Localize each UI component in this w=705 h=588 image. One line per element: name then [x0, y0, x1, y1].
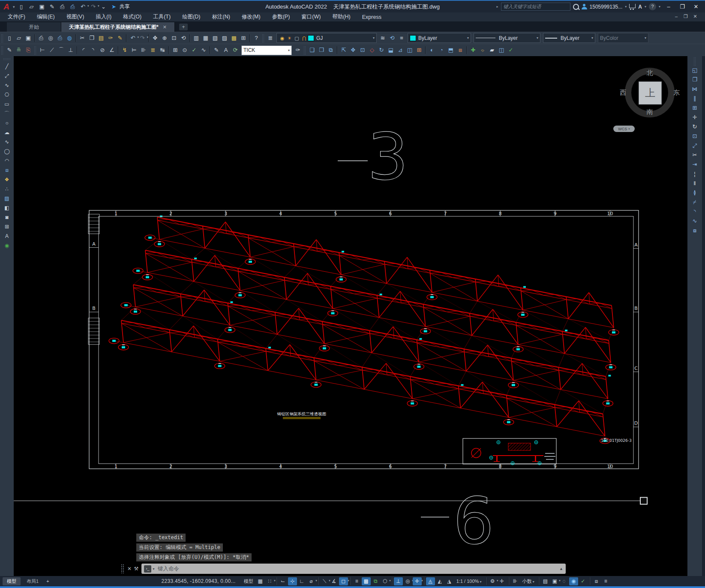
menu-format[interactable]: 格式(O) [123, 13, 141, 21]
paste-icon[interactable]: ▤ [96, 33, 106, 43]
dim-radius-icon[interactable]: ◜ [79, 45, 88, 55]
open-file-icon[interactable]: ▱ [27, 2, 36, 12]
selection-cycling-icon[interactable]: ⧉ [371, 577, 380, 585]
zoom-previous-icon[interactable]: ⟲ [179, 33, 188, 43]
user-avatar-icon[interactable] [582, 4, 587, 9]
autoscale-icon[interactable]: ◭ [435, 577, 444, 585]
block-editor-icon[interactable]: ✎ [115, 33, 125, 43]
arc-icon[interactable]: ⌒ [2, 109, 12, 118]
point-style-icon[interactable]: ◉ [2, 241, 12, 250]
layer-control-combo[interactable]: ◉☀▢⋂ GJ ▾ [276, 33, 377, 43]
shell-icon[interactable]: ▰ [487, 45, 497, 55]
layer-isolate-icon[interactable]: ≡ [397, 33, 406, 43]
doc-close-button[interactable]: ✕ [690, 14, 700, 19]
mirror-icon[interactable]: ⋈ [690, 84, 699, 94]
menu-dimension[interactable]: 标注(N) [212, 13, 230, 21]
viewcube-top-face[interactable]: 上 [639, 81, 662, 105]
layer-states-icon[interactable]: ≋ [378, 33, 387, 43]
ellipse-arc-icon[interactable]: ◠ [2, 156, 12, 165]
etransmit-icon[interactable]: ◍ [65, 33, 74, 43]
isometric-drafting-icon[interactable]: ⟍ [320, 577, 329, 585]
toolbar-grip[interactable] [3, 58, 11, 60]
taper-face-icon[interactable]: ⊿ [396, 45, 405, 55]
copy-face-icon[interactable]: ◫ [405, 45, 414, 55]
units-icon[interactable]: ⊪ [511, 577, 520, 585]
ellipse-icon[interactable]: ◯ [2, 147, 12, 156]
toolbar-grip[interactable] [693, 57, 696, 66]
isolate-objects-icon[interactable]: ◌ [560, 577, 569, 585]
search-icon[interactable] [573, 4, 579, 10]
toolbar-grip[interactable] [262, 34, 265, 42]
dim-inspect-icon[interactable]: ✓ [189, 45, 199, 55]
dim-diameter-icon[interactable]: ⊘ [98, 45, 107, 55]
command-field[interactable]: ›_ ▼ ▲ [141, 564, 566, 574]
dim-ordinate-icon[interactable]: ⊥ [66, 45, 75, 55]
close-button[interactable]: ✕ [690, 3, 702, 11]
text-edit-icon[interactable]: ✎ [5, 45, 14, 55]
color-control-combo[interactable]: ByLayer ▾ [408, 33, 471, 43]
tool-palettes-icon[interactable]: ▧ [210, 33, 220, 43]
color-combo-caret-icon[interactable]: ▾ [465, 36, 469, 40]
layer-properties-icon[interactable]: ≣ [266, 33, 275, 43]
share-label[interactable]: 共享 [120, 3, 130, 10]
separate-icon[interactable]: ◫ [497, 45, 506, 55]
export-icon[interactable]: ⎙ [58, 2, 67, 12]
search-input[interactable]: 键入关键字或短语 [501, 3, 570, 11]
command-grip[interactable] [121, 564, 124, 573]
dim-style-icon[interactable]: ✑ [293, 45, 303, 55]
account-caret-icon[interactable]: ▾ [625, 5, 627, 9]
stretch-icon[interactable]: ⤢ [690, 141, 699, 150]
toolbar-grip[interactable] [1, 46, 4, 54]
dim-arc-length-icon[interactable]: ⌒ [57, 45, 66, 55]
offset-face-icon[interactable]: ⬓ [386, 45, 396, 55]
tab-active-document[interactable]: 天津某热轧工程柱子系统钢结构施工图* ✕ [61, 22, 175, 32]
annotation-monitor-icon[interactable]: ✛ [498, 577, 507, 585]
menu-draw[interactable]: 绘图(D) [182, 13, 200, 21]
dim-break-icon[interactable]: ↹ [158, 45, 167, 55]
command-expand-icon[interactable]: ▲ [559, 567, 563, 571]
search-expander-icon[interactable]: ▸ [497, 5, 498, 9]
menu-help[interactable]: 帮助(H) [332, 13, 350, 21]
app-store-cart-icon[interactable] [629, 4, 636, 8]
dim-text-edit-icon[interactable]: A [221, 45, 231, 55]
color-edge-icon[interactable]: ⧈ [456, 45, 465, 55]
dim-space-icon[interactable]: ≣ [148, 45, 158, 55]
dim-style-caret-icon[interactable]: ▾ [285, 48, 290, 52]
toolbar-grip[interactable] [1, 34, 4, 42]
lineweight-control-combo[interactable]: ByLayer ▾ [543, 33, 595, 43]
maximize-button[interactable]: ❐ [677, 3, 688, 11]
offset-icon[interactable]: ∥ [690, 94, 699, 103]
join-icon[interactable]: ≬ [690, 188, 699, 198]
move-icon[interactable]: ✛ [690, 113, 699, 122]
selection-filtering-icon[interactable]: ◎ [403, 577, 412, 585]
menu-view[interactable]: 视图(V) [66, 13, 84, 21]
rotate-face-icon[interactable]: ↻ [377, 45, 386, 55]
new-layout-button[interactable]: + [46, 579, 49, 584]
dim-jog-line-icon[interactable]: ∿ [199, 45, 208, 55]
command-close-icon[interactable]: ✕ [126, 566, 133, 572]
intersect-icon[interactable]: ⧉ [326, 45, 336, 55]
fillet-edge-icon[interactable]: ◐ [427, 45, 437, 55]
save-icon[interactable]: ▣ [24, 33, 33, 43]
graphics-performance-icon[interactable]: ◉ [569, 577, 578, 585]
check-icon[interactable]: ✓ [506, 45, 516, 55]
wcs-caret-icon[interactable]: ▾ [628, 127, 630, 131]
gizmo-icon[interactable]: ✛ [413, 577, 422, 585]
3d-array-icon[interactable]: ⊡ [358, 45, 367, 55]
dim-continue-icon[interactable]: ⊪ [139, 45, 148, 55]
point-icon[interactable]: ∴ [2, 184, 12, 194]
logo-caret-icon[interactable]: ▾ [13, 5, 15, 9]
toolbar-grip[interactable] [34, 46, 37, 54]
layer-on-icon[interactable]: ◉ [279, 33, 286, 43]
delete-face-icon[interactable]: ◇ [367, 45, 377, 55]
doc-minimize-button[interactable]: – [672, 14, 681, 19]
erase-icon[interactable]: ◱ [690, 66, 699, 75]
circle-icon[interactable]: ○ [2, 118, 12, 128]
viewcube[interactable]: 北 南 西 东 上 [625, 68, 675, 117]
undo-icon[interactable]: ↶ [78, 2, 88, 12]
mtext-icon[interactable]: A [2, 231, 12, 241]
minimize-button[interactable]: – [663, 3, 674, 11]
dim-angular-icon[interactable]: ∠ [107, 45, 117, 55]
model-tab[interactable]: 模型 [3, 577, 21, 585]
tab-start[interactable]: 开始 [7, 22, 61, 32]
